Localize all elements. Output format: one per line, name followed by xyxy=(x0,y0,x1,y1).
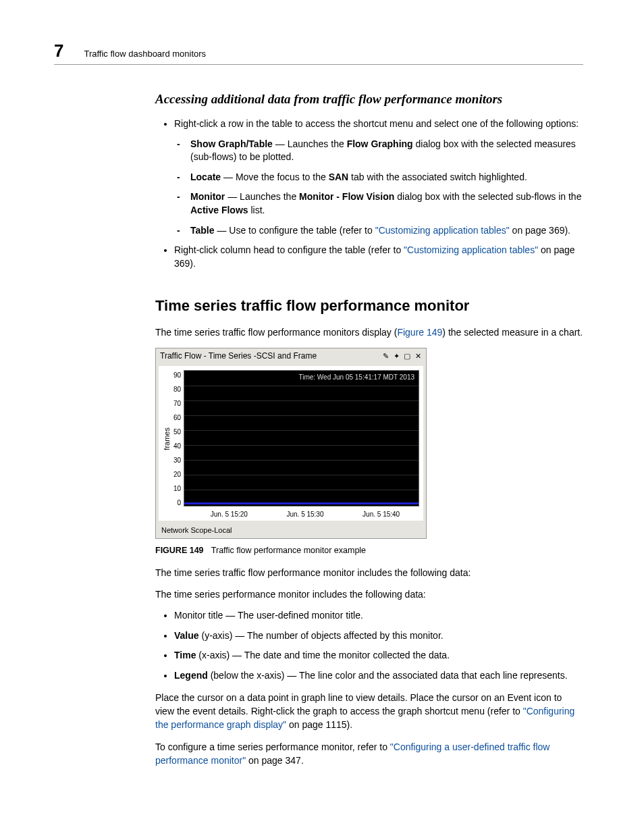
y-tick: 10 xyxy=(173,485,181,492)
list-item: Time (x-axis) — The date and time the mo… xyxy=(174,649,583,662)
figure-caption-text: Traffic flow performance monitor example xyxy=(211,546,366,555)
term-bold: Legend xyxy=(174,670,208,681)
y-tick: 50 xyxy=(173,428,181,436)
y-tick: 30 xyxy=(173,457,181,464)
body-text: Monitor title — The user-defined monitor… xyxy=(174,610,363,621)
gridline xyxy=(184,386,419,386)
body-text: Place the cursor on a data point in grap… xyxy=(155,692,562,716)
term-bold: Table xyxy=(190,225,215,236)
body-text: The time series traffic flow performance… xyxy=(155,327,397,338)
body-text: dialog box with the selected sub-flows i… xyxy=(394,191,581,202)
section-title-accessing: Accessing additional data from traffic f… xyxy=(155,92,583,107)
widget-titlebar: Traffic Flow - Time Series -SCSI and Fra… xyxy=(156,348,426,363)
chart-plot-area[interactable]: Time: Wed Jun 05 15:41:17 MDT 2013 xyxy=(184,370,419,506)
paragraph: To configure a time series performance m… xyxy=(155,740,583,768)
body-text: list. xyxy=(248,205,265,215)
term-bold: Time xyxy=(174,650,196,660)
chapter-title: Traffic flow dashboard monitors xyxy=(84,49,206,59)
x-tick: Jun. 5 15:30 xyxy=(286,511,323,518)
body-text: (y-axis) — The number of objects affecte… xyxy=(199,630,444,641)
list-item: Locate — Move the focus to the SAN tab w… xyxy=(190,171,583,184)
wrench-icon[interactable]: ✎ xyxy=(381,352,390,360)
body-text: on page 369). xyxy=(510,225,570,236)
x-axis-ticks: Jun. 5 15:20 Jun. 5 15:30 Jun. 5 15:40 xyxy=(191,511,419,518)
link-customizing-tables[interactable]: "Customizing application tables" xyxy=(404,244,538,255)
list-item: Right-click column head to configure the… xyxy=(174,244,583,270)
pin-icon[interactable]: ✦ xyxy=(392,352,400,360)
chart-legend: Network Scope-Local xyxy=(156,523,426,538)
y-axis-ticks: 90 80 70 60 50 40 30 20 10 0 xyxy=(173,370,184,508)
close-icon[interactable]: ✕ xyxy=(414,352,422,360)
chapter-number: 7 xyxy=(54,41,63,61)
y-tick: 80 xyxy=(173,386,181,393)
body-text: (below the x-axis) — The line color and … xyxy=(208,670,568,681)
body-text: — Use to configure the table (refer to xyxy=(215,225,375,236)
list-item: Monitor — Launches the Monitor - Flow Vi… xyxy=(190,190,583,217)
term-bold: Flow Graphing xyxy=(347,138,413,149)
y-tick: 90 xyxy=(173,371,181,379)
figure-caption: FIGURE 149 Traffic flow performance moni… xyxy=(155,546,583,555)
maximize-icon[interactable]: ▢ xyxy=(403,352,411,360)
gridline xyxy=(184,445,419,446)
link-customizing-tables[interactable]: "Customizing application tables" xyxy=(375,225,510,236)
bullet-list-1: Right-click a row in the table to access… xyxy=(155,118,583,270)
link-figure-149[interactable]: Figure 149 xyxy=(397,327,442,338)
gridline xyxy=(184,430,419,431)
body-text: — Launches the xyxy=(225,191,299,202)
y-tick: 40 xyxy=(173,442,181,450)
body-text: on page 1115). xyxy=(286,719,352,730)
list-item: Monitor title — The user-defined monitor… xyxy=(174,609,583,623)
paragraph: The time series performance monitor incl… xyxy=(155,588,583,601)
body-text: — Move the focus to the xyxy=(221,172,329,182)
list-item: Show Graph/Table — Launches the Flow Gra… xyxy=(190,138,583,164)
figure-label: FIGURE 149 xyxy=(155,546,204,555)
term-bold: Value xyxy=(174,630,199,641)
page-container: 7 Traffic flow dashboard monitors Access… xyxy=(0,0,644,816)
widget-title: Traffic Flow - Time Series -SCSI and Fra… xyxy=(160,351,317,361)
y-tick: 60 xyxy=(173,414,181,421)
paragraph: The time series traffic flow performance… xyxy=(155,325,583,339)
term-bold: Monitor - Flow Vision xyxy=(299,191,394,202)
figure-widget: Traffic Flow - Time Series -SCSI and Fra… xyxy=(155,348,427,539)
paragraph: The time series traffic flow performance… xyxy=(155,566,583,579)
term-bold: Locate xyxy=(190,172,221,182)
chart-data-line xyxy=(184,502,419,504)
list-item: Value (y-axis) — The number of objects a… xyxy=(174,629,583,643)
y-tick: 70 xyxy=(173,400,181,407)
term-bold: Active Flows xyxy=(190,205,248,215)
gridline xyxy=(184,475,419,475)
gridline xyxy=(184,490,419,490)
paragraph: Place the cursor on a data point in grap… xyxy=(155,691,583,732)
y-tick: 20 xyxy=(173,471,181,478)
body-text: ) the selected measure in a chart. xyxy=(442,327,583,338)
chart-plot-row: frames 90 80 70 60 50 40 30 20 10 0 xyxy=(163,370,419,508)
y-tick: 0 xyxy=(173,499,181,506)
list-item: Right-click a row in the table to access… xyxy=(174,118,583,237)
gridline xyxy=(184,460,419,461)
page-header: 7 Traffic flow dashboard monitors xyxy=(54,41,583,65)
x-tick: Jun. 5 15:40 xyxy=(363,511,400,518)
body-text: To configure a time series performance m… xyxy=(155,741,390,752)
dash-list-1: Show Graph/Table — Launches the Flow Gra… xyxy=(174,138,583,238)
x-tick: Jun. 5 15:20 xyxy=(211,511,248,518)
body-text: — Launches the xyxy=(273,138,347,149)
widget-toolbar: ✎ ✦ ▢ ✕ xyxy=(381,352,422,360)
body-text: tab with the associated switch highlight… xyxy=(348,172,527,182)
chart-timestamp: Time: Wed Jun 05 15:41:17 MDT 2013 xyxy=(298,373,414,381)
section-title-time-series: Time series traffic flow performance mon… xyxy=(155,297,583,315)
body-text: Right-click a row in the table to access… xyxy=(174,118,579,129)
chart-area: frames 90 80 70 60 50 40 30 20 10 0 xyxy=(159,366,423,521)
content-area: Accessing additional data from traffic f… xyxy=(155,92,583,767)
body-text: (x-axis) — The date and time the monitor… xyxy=(196,650,450,660)
gridline xyxy=(184,400,419,401)
list-item: Table — Use to configure the table (refe… xyxy=(190,224,583,238)
bullet-list-2: Monitor title — The user-defined monitor… xyxy=(155,609,583,682)
term-bold: SAN xyxy=(329,172,349,182)
y-axis-label: frames xyxy=(163,427,171,450)
list-item: Legend (below the x-axis) — The line col… xyxy=(174,669,583,683)
term-bold: Monitor xyxy=(190,191,225,202)
body-text: on page 347. xyxy=(246,755,304,766)
body-text: Right-click column head to configure the… xyxy=(174,244,404,255)
gridline xyxy=(184,415,419,416)
term-bold: Show Graph/Table xyxy=(190,138,273,149)
